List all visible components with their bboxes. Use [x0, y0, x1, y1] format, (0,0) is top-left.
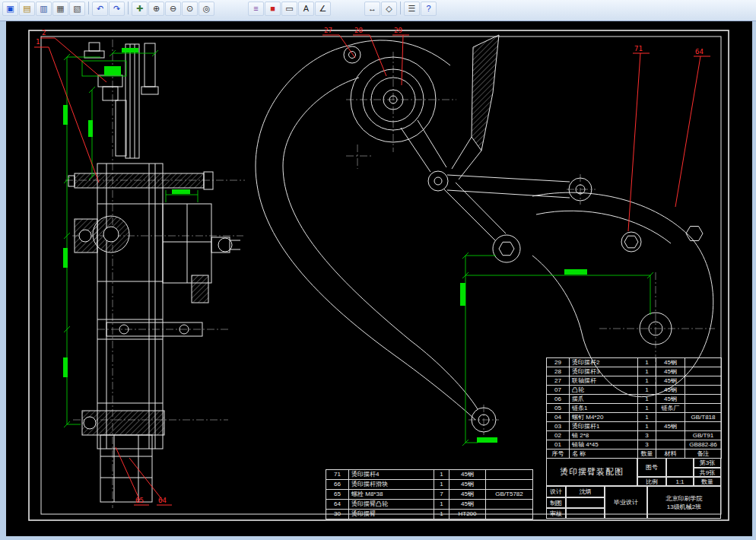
draftsman-label: 制图: [546, 497, 566, 508]
bom-cell: 45钢: [656, 422, 685, 431]
bom-cell: 螺钉 M4*20: [570, 413, 638, 422]
zoom-window-icon[interactable]: ⊙: [182, 2, 198, 16]
bom-cell: 1: [638, 376, 656, 386]
open-file-icon[interactable]: ▤: [19, 2, 35, 16]
bom-cell: [685, 367, 722, 376]
bom-row: 03烫印摆杆1145钢: [547, 422, 722, 431]
cad-application-window: { "colors": { "line": "#e6e6e6", "dimens…: [0, 0, 756, 540]
bom-cell: 烫印摆臂凸轮: [349, 500, 434, 510]
bom-cell: 45钢: [656, 358, 685, 367]
bom-cell: 3: [638, 440, 656, 449]
bom-left-table: 71烫印摆杆4145钢66烫印摆杆滑块145钢65螺栓 M8*38745钢GB/…: [326, 469, 533, 519]
bom-cell: 71: [326, 470, 349, 480]
bom-cell: 04: [547, 413, 570, 422]
bom-cell: 链条1: [570, 404, 638, 413]
figure-number-label: 图号: [637, 458, 666, 477]
bom-row: 28烫印摆杆3145钢: [547, 367, 722, 376]
redo-icon[interactable]: ↷: [109, 2, 125, 16]
bom-cell: 1: [638, 395, 656, 404]
checker-value: [566, 508, 605, 519]
bom-cell: 烫印摆杆1: [570, 422, 638, 431]
pan-icon[interactable]: ✚: [132, 2, 148, 16]
bom-cell: 凸轮: [570, 386, 638, 395]
bom-row: 06摆爪145钢: [547, 395, 722, 404]
bom-cell: 材料: [656, 449, 685, 459]
bom-row: 27联轴摆杆145钢: [547, 376, 722, 386]
layers-icon[interactable]: ≡: [248, 2, 264, 16]
bom-cell: 备注: [685, 449, 722, 459]
bom-cell: 烫印摆杆3: [570, 367, 638, 376]
bom-cell: [486, 480, 533, 490]
bom-row: 30烫印摆臂1HT200: [326, 510, 533, 519]
bom-header-row: 序号名 称数量材料备注: [547, 449, 722, 459]
toolbar-separator: [88, 2, 89, 14]
title-block: 烫印摆臂装配图 图号 第3张 共9张 比例 1:1 数量 设计 沈炳 制图 审核…: [546, 458, 721, 519]
bom-cell: 45钢: [449, 500, 486, 510]
undo-icon[interactable]: ↶: [92, 2, 108, 16]
bom-cell: 65: [326, 490, 349, 500]
bom-cell: 1: [638, 404, 656, 413]
bom-cell: 摆爪: [570, 395, 638, 404]
bom-cell: 03: [547, 422, 570, 431]
dimension-style-icon[interactable]: ∠: [315, 2, 331, 16]
bom-cell: [685, 395, 722, 404]
bom-cell: 66: [326, 480, 349, 490]
toolbar-separator: [400, 2, 401, 14]
bom-cell: 3: [638, 431, 656, 440]
bom-cell: 烫印摆杆4: [349, 470, 434, 480]
bom-cell: 1: [638, 386, 656, 395]
class-name: 13级机械2班: [667, 503, 701, 511]
bom-cell: 销轴 4*45: [570, 440, 638, 449]
bom-cell: 45钢: [656, 376, 685, 386]
bom-cell: 45钢: [449, 470, 486, 480]
measure-distance-icon[interactable]: ↔: [364, 2, 380, 16]
bom-cell: 联轴摆杆: [570, 376, 638, 386]
bom-cell: [486, 470, 533, 480]
color-control-icon[interactable]: ■: [265, 2, 281, 16]
bom-cell: GB/T91: [685, 431, 722, 440]
bom-cell: 1: [638, 422, 656, 431]
bom-row: 71烫印摆杆4145钢: [326, 470, 533, 480]
bom-cell: 烫印摆臂: [349, 510, 434, 519]
bom-cell: 45钢: [449, 490, 486, 500]
scale-label: 比例: [637, 477, 666, 486]
print-icon[interactable]: ▦: [52, 2, 68, 16]
help-icon[interactable]: ?: [421, 2, 437, 16]
bom-cell: [685, 422, 722, 431]
bom-row: 05链条11链条厂: [547, 404, 722, 413]
bom-cell: 45钢: [449, 480, 486, 490]
properties-icon[interactable]: ☰: [404, 2, 420, 16]
zoom-extents-icon[interactable]: ◎: [199, 2, 214, 16]
zoom-out-icon[interactable]: ⊖: [165, 2, 181, 16]
bom-cell: 07: [547, 386, 570, 395]
designer-value: 沈炳: [566, 486, 605, 497]
measure-area-icon[interactable]: ◇: [381, 2, 397, 16]
app-window-icon[interactable]: ▣: [2, 2, 18, 16]
bom-cell: 29: [547, 358, 570, 367]
designer-label: 设计: [546, 486, 566, 497]
bom-cell: 1: [434, 500, 449, 510]
bom-cell: HT200: [449, 510, 486, 519]
bom-cell: GB882-86: [685, 440, 722, 449]
bom-cell: 01: [547, 440, 570, 449]
bom-row: 01销轴 4*453GB882-86: [547, 440, 722, 449]
bom-row: 29烫印摆杆2145钢: [547, 358, 722, 367]
bom-cell: [486, 510, 533, 519]
bom-row: 07凸轮145钢: [547, 386, 722, 395]
bom-cell: 1: [434, 470, 449, 480]
bom-cell: 名 称: [570, 449, 638, 459]
bom-cell: 烫印摆杆滑块: [349, 480, 434, 490]
bom-cell: [685, 376, 722, 386]
bom-cell: 1: [434, 510, 449, 519]
print-preview-icon[interactable]: ▧: [69, 2, 85, 16]
bom-row: 65螺栓 M8*38745钢GB/T5782: [326, 490, 533, 500]
bom-cell: 27: [547, 376, 570, 386]
zoom-in-icon[interactable]: ⊕: [148, 2, 164, 16]
save-file-icon[interactable]: ▥: [36, 2, 52, 16]
text-style-icon[interactable]: A: [298, 2, 314, 16]
bom-row: 64烫印摆臂凸轮145钢: [326, 500, 533, 510]
bom-cell: 烫印摆杆2: [570, 358, 638, 367]
figure-number-value: [666, 458, 694, 477]
bom-row: 66烫印摆杆滑块145钢: [326, 480, 533, 490]
linetype-icon[interactable]: ▭: [281, 2, 297, 16]
